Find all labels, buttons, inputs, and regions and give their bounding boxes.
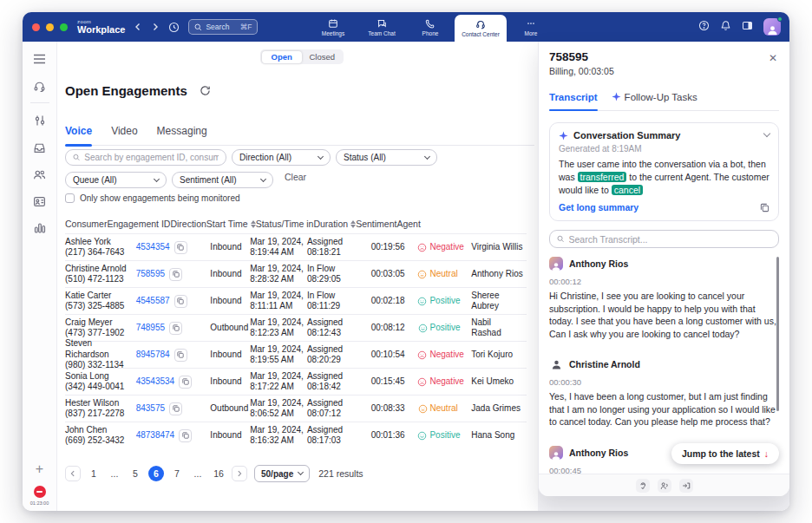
table-row[interactable]: Sonia Long(342) 449-0041 43543534 Inboun… [65,368,527,395]
engagement-id-link[interactable]: 4534354 [136,242,170,253]
side-panel-toggle-icon[interactable] [742,19,753,35]
ai-sparkle-icon [612,92,621,101]
person-icon [551,262,561,271]
table-row[interactable]: Hester Wilson(837) 217-2278 843575 Outbo… [65,395,527,422]
column-header[interactable]: Direction [170,215,206,232]
page-number[interactable]: 5 [128,466,143,481]
inbox-icon[interactable] [33,141,47,154]
tab-voice[interactable]: Voice [65,125,92,146]
minimize-window-button[interactable] [46,23,54,31]
jump-to-latest-button[interactable]: Jump to the latest ↓ [671,443,779,464]
clear-filters-link[interactable]: Clear [285,172,306,182]
sentiment-badge: Negative [417,350,468,361]
page-number[interactable]: 6 [148,466,164,481]
table-row[interactable]: Craig Meyer(473) 377-1902 748955 Outboun… [65,314,527,341]
notifications-bell-icon[interactable] [720,19,731,35]
agent-headset-icon[interactable] [33,79,47,93]
direction-filter-dropdown[interactable]: Direction (All) [232,149,331,166]
team-icon[interactable] [33,167,47,181]
column-header[interactable]: Start Time [206,215,256,232]
checkbox[interactable] [65,193,75,203]
sentiment-filter-dropdown[interactable]: Sentiment (All) [172,172,273,188]
engagement-flow-icon[interactable] [33,114,47,127]
per-page-select[interactable]: 50/page [254,465,310,482]
engagement-id-link[interactable]: 4545587 [136,296,170,307]
status-filter-dropdown[interactable]: Status (All) [336,149,437,166]
engagement-id-link[interactable]: 758595 [136,269,165,280]
engagement-id-link[interactable]: 8945784 [136,350,170,361]
add-icon[interactable]: + [36,461,43,477]
history-icon[interactable] [168,22,180,33]
prev-page-button[interactable] [65,466,81,481]
nav-more[interactable]: More [507,12,555,42]
queue-filter-dropdown[interactable]: Queue (All) [65,172,167,188]
help-icon[interactable] [698,19,710,35]
engagement-search-input[interactable] [65,149,226,166]
column-header[interactable]: Engagement ID [107,215,170,232]
transcript-scrollbar[interactable] [776,257,779,411]
get-long-summary-link[interactable]: Get long summary [559,202,638,212]
close-icon[interactable]: ✕ [769,52,777,64]
column-header[interactable]: Status/Time in [256,215,314,232]
nav-contact-center[interactable]: Contact Center [455,15,507,42]
menu-icon[interactable] [33,52,47,66]
copy-icon[interactable] [174,349,187,362]
table-row[interactable]: Ashlee York(217) 364-7643 4534354 Inboun… [65,233,527,260]
nav-phone[interactable]: Phone [406,12,455,42]
contact-card-icon[interactable] [33,194,47,208]
refresh-icon[interactable] [200,85,211,96]
copy-icon[interactable] [169,402,182,415]
copy-icon[interactable] [174,295,187,308]
zoom-window-button[interactable] [60,23,68,31]
toggle-open[interactable]: Open [262,51,303,63]
page-number[interactable]: ... [107,466,122,481]
table-row[interactable]: Katie Carter(573) 325-4885 4545587 Inbou… [65,287,527,314]
copy-icon[interactable] [179,376,192,389]
monitored-only-checkbox[interactable]: Only show engagements being monitored [65,193,240,203]
copy-icon[interactable] [174,241,187,254]
copy-icon[interactable] [169,322,182,335]
engagement-id-link[interactable]: 748955 [136,323,165,334]
user-avatar[interactable] [763,18,781,36]
consumer-name: Katie Carter [65,291,133,302]
collapse-chevron-icon[interactable] [763,130,770,137]
column-header[interactable]: Agent [396,215,420,232]
tab-video[interactable]: Video [111,125,137,146]
whisper-icon[interactable] [658,479,671,493]
tab-follow-up-tasks[interactable]: Follow-Up Tasks [612,90,697,110]
column-header[interactable]: Duration [313,215,356,232]
tab-transcript[interactable]: Transcript [549,90,598,110]
column-header[interactable]: Consumer [65,215,107,232]
table-row[interactable]: John Chen(669) 252-3432 48738474 Inbound… [65,422,527,448]
copy-icon[interactable] [169,268,182,281]
next-page-button[interactable] [232,466,247,481]
column-header[interactable]: Sentiment [356,215,396,232]
engagement-id-link[interactable]: 843575 [136,403,165,415]
copy-icon[interactable] [760,203,769,212]
back-button[interactable] [134,23,142,31]
close-window-button[interactable] [32,23,40,31]
sentiment-badge: Negative [417,242,468,253]
global-search-input[interactable]: Search ⌘F [188,19,258,35]
listen-icon[interactable] [636,479,650,493]
recording-status-icon[interactable] [34,486,46,498]
analytics-icon[interactable] [33,221,47,235]
engagement-id-link[interactable]: 43543534 [136,376,175,388]
tab-messaging[interactable]: Messaging [157,125,207,146]
transcript-search-input[interactable] [549,230,779,248]
engagement-id-link[interactable]: 48738474 [136,430,175,441]
barge-icon[interactable] [679,479,693,493]
page-number[interactable]: 1 [86,466,102,481]
table-row[interactable]: Christine Arnold(510) 472-1123 758595 In… [65,260,527,287]
nav-team-chat[interactable]: Team Chat [357,12,406,42]
forward-button[interactable] [151,23,160,31]
direction-cell: Inbound [210,376,250,388]
page-number[interactable]: 16 [211,466,226,481]
page-number[interactable]: 7 [169,466,185,481]
toggle-closed[interactable]: Closed [302,51,343,63]
page-number[interactable]: ... [190,466,206,481]
monitoring-toolbar [539,474,789,496]
copy-icon[interactable] [179,429,192,442]
nav-meetings[interactable]: Meetings [309,12,357,42]
table-row[interactable]: Steven Richardson(980) 332-1134 8945784 … [65,341,527,368]
